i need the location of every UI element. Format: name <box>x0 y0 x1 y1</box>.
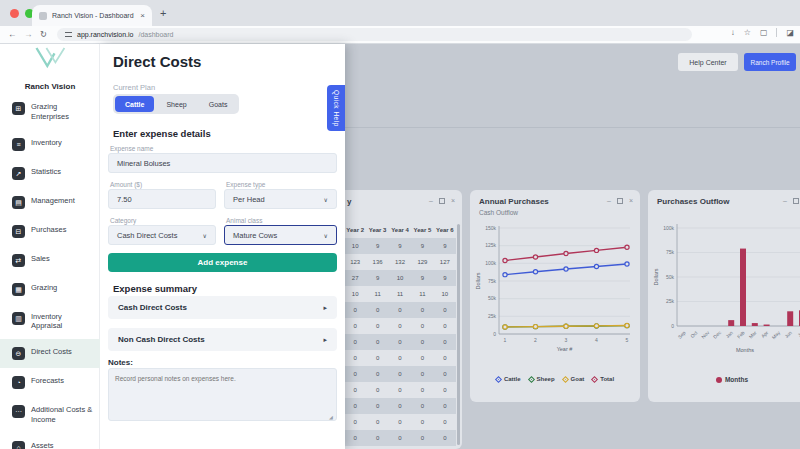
extensions-icon[interactable]: ▢ <box>760 28 768 37</box>
sidebar-item-assets[interactable]: ⌂Assets <box>0 433 100 449</box>
bookmark-star-icon[interactable]: ☆ <box>744 28 751 37</box>
chevron-down-icon: ∨ <box>203 232 207 239</box>
table-row: 109999 <box>344 238 456 254</box>
ranch-profile-button[interactable]: Ranch Profile <box>744 53 796 71</box>
table-row: 00000 <box>344 350 456 366</box>
close-icon[interactable]: × <box>451 197 455 204</box>
plan-tab-goats[interactable]: Goats <box>199 96 238 112</box>
svg-text:50k: 50k <box>666 274 675 280</box>
table-cell: 0 <box>434 323 456 329</box>
table-cell: 0 <box>434 339 456 345</box>
sidebar-item-label: Forecasts <box>31 376 64 386</box>
svg-text:100k: 100k <box>663 225 674 231</box>
url-bar[interactable]: app.ranchvision.io/dashboard <box>57 28 692 41</box>
sidebar-item-purchases[interactable]: ⊟Purchases <box>0 217 100 246</box>
table-row: 1011111110 <box>344 286 456 302</box>
table-row: 00000 <box>344 430 456 446</box>
svg-text:150k: 150k <box>485 225 496 231</box>
table-cell: 0 <box>411 387 433 393</box>
svg-text:0: 0 <box>493 331 496 337</box>
svg-text:125k: 125k <box>485 242 496 248</box>
legend-label: Goat <box>571 376 585 382</box>
purchases-outflow-card: Purchases Outflow – × 025k50k75k100kSepO… <box>648 190 800 402</box>
animal-class-select[interactable]: Mature Cows ∨ <box>224 225 337 245</box>
svg-text:100k: 100k <box>485 260 496 266</box>
plan-tab-cattle[interactable]: Cattle <box>115 96 154 112</box>
grazing-enterprises-icon: ⊞ <box>12 102 25 115</box>
legend-item-goat[interactable]: Goat <box>563 376 585 382</box>
accordion-label: Non Cash Direct Costs <box>118 335 205 344</box>
sidebar-item-label: Grazing <box>31 283 57 293</box>
sidebar-item-direct-costs[interactable]: ⊖Direct Costs <box>0 339 100 368</box>
reload-icon[interactable]: ↻ <box>40 29 47 39</box>
accordion-non-cash-direct-costs[interactable]: Non Cash Direct Costs ▸ <box>108 328 337 351</box>
legend-item-cattle[interactable]: Cattle <box>496 376 521 382</box>
expense-type-select[interactable]: Per Head ∨ <box>224 189 337 209</box>
sidebar-item-label: Additional Costs & Income <box>31 405 94 425</box>
expand-icon[interactable] <box>617 198 623 204</box>
table-cell: 0 <box>344 355 366 361</box>
sidebar-item-label: Statistics <box>31 167 61 177</box>
legend-item-total[interactable]: Total <box>592 376 614 382</box>
sidebar: Ranch Vision ⊞Grazing Enterprises≡Invent… <box>0 44 100 449</box>
forecasts-icon: ◔ <box>12 376 25 389</box>
legend-label: Total <box>600 376 614 382</box>
direct-costs-panel: Direct Costs Current Plan CattleSheepGoa… <box>100 44 345 449</box>
quick-help-tab[interactable]: Quick Help <box>327 85 345 131</box>
sidebar-item-management[interactable]: ▤Management <box>0 188 100 217</box>
expand-icon[interactable] <box>439 198 445 204</box>
table-row: 00000 <box>344 398 456 414</box>
bar-chart-legend: Months <box>648 376 800 383</box>
back-icon[interactable]: ← <box>8 29 17 39</box>
sidebar-item-sales[interactable]: ⇄Sales <box>0 246 100 275</box>
expense-name-input[interactable]: Mineral Boluses <box>108 153 337 173</box>
table-cell: 0 <box>366 371 388 377</box>
close-icon[interactable]: × <box>629 197 633 204</box>
sidebar-item-forecasts[interactable]: ◔Forecasts <box>0 368 100 397</box>
amount-input[interactable]: 7.50 <box>108 189 216 209</box>
sidebar-item-inventory-appraisal[interactable]: ▥Inventory Appraisal <box>0 304 100 340</box>
inventory-table-card: y – × Year 2Year 3Year 4Year 5Year 61099… <box>338 190 462 449</box>
table-cell: 0 <box>411 323 433 329</box>
sidebar-item-statistics[interactable]: ↗Statistics <box>0 159 100 188</box>
site-settings-icon[interactable] <box>65 32 72 37</box>
help-center-button[interactable]: Help Center <box>678 53 738 71</box>
sidebar-item-inventory[interactable]: ≡Inventory <box>0 130 100 159</box>
browser-tab[interactable]: Ranch Vision - Dashboard × <box>32 5 152 26</box>
profile-icon[interactable]: ◪ <box>786 28 794 37</box>
table-cell: 0 <box>344 307 366 313</box>
new-tab-button[interactable]: + <box>160 7 166 19</box>
plan-tabs: CattleSheepGoats <box>113 94 239 114</box>
sidebar-item-additional-costs-income[interactable]: ⋯Additional Costs & Income <box>0 397 100 433</box>
minimize-icon[interactable]: – <box>607 197 611 204</box>
notes-textarea[interactable] <box>108 368 337 421</box>
table-scrollbar[interactable] <box>457 224 460 445</box>
add-expense-button[interactable]: Add expense <box>108 253 337 272</box>
sidebar-item-grazing-enterprises[interactable]: ⊞Grazing Enterprises <box>0 94 100 130</box>
minimize-icon[interactable]: – <box>429 197 433 204</box>
app-window: Ranch Vision - Dashboard × + ← → ↻ app.r… <box>0 0 800 449</box>
legend-item-months[interactable]: Months <box>716 376 748 383</box>
svg-text:4: 4 <box>595 337 598 343</box>
minimize-icon[interactable]: – <box>783 197 787 204</box>
annual-purchases-card: Annual Purchases Cash Outflow – × 025k50… <box>470 190 640 402</box>
tab-favicon-icon <box>39 12 47 20</box>
legend-item-sheep[interactable]: Sheep <box>529 376 555 382</box>
table-row: 00000 <box>344 414 456 430</box>
svg-text:75k: 75k <box>666 249 675 255</box>
sidebar-item-grazing[interactable]: ▦Grazing <box>0 275 100 304</box>
forward-icon[interactable]: → <box>24 29 33 39</box>
accordion-cash-direct-costs[interactable]: Cash Direct Costs ▸ <box>108 296 337 319</box>
svg-text:Months: Months <box>736 347 754 353</box>
category-select[interactable]: Cash Direct Costs ∨ <box>108 225 216 245</box>
plan-tab-sheep[interactable]: Sheep <box>156 96 196 112</box>
window-close-button[interactable] <box>10 9 19 18</box>
table-cell: 0 <box>389 307 411 313</box>
table-cell: 0 <box>434 419 456 425</box>
expand-icon[interactable] <box>793 198 799 204</box>
table-cell: 0 <box>344 323 366 329</box>
resize-handle-icon[interactable]: ◢ <box>329 414 333 420</box>
browser-tabstrip: Ranch Vision - Dashboard × + <box>0 0 800 26</box>
tab-close-icon[interactable]: × <box>140 11 145 20</box>
download-icon[interactable]: ↓ <box>731 28 735 37</box>
